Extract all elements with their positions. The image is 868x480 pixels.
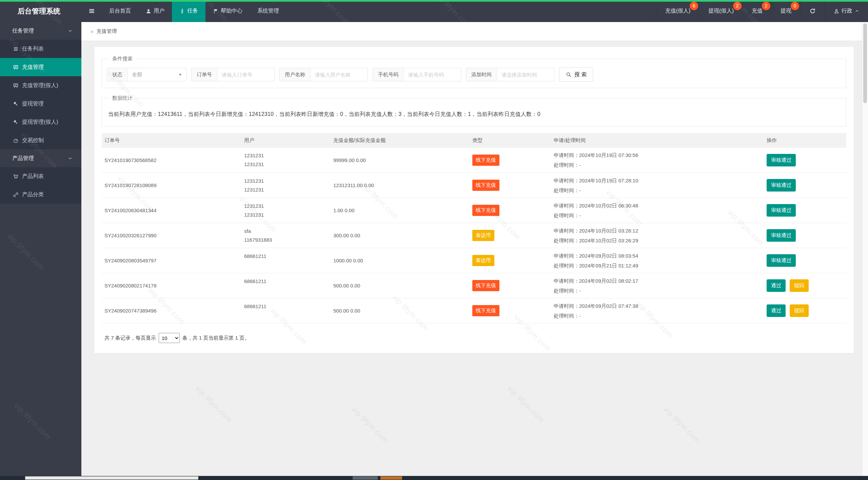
type-cell: 线下充值: [470, 173, 551, 198]
approve-button[interactable]: 通过: [767, 304, 786, 317]
table-row: SY2409020747389496 68661211 500.00 0.00 …: [102, 298, 846, 323]
gavel-icon: [13, 101, 19, 107]
user-cell: 1231231 1231231: [241, 173, 331, 198]
sidebar-item-trade-control[interactable]: 交易控制: [0, 131, 81, 149]
time-cell: 申请时间：2024年10月02日 06:30:48 处理时间：-: [551, 198, 764, 223]
actions-cell: 审核通过: [764, 173, 846, 198]
sidebar-group-product-management[interactable]: 产品管理: [0, 149, 81, 167]
notification-badge: 6: [690, 2, 698, 10]
time-cell: 申请时间：2024年09月02日 08:03:54 处理时间：2024年09月2…: [551, 248, 764, 273]
user-cell: 68661211: [241, 248, 331, 273]
order-no-cell: SY2410020326127990: [102, 223, 241, 248]
collapse-menu-button[interactable]: [81, 0, 102, 22]
type-cell: 线下充值: [470, 148, 551, 173]
horizontal-scrollbar[interactable]: [0, 476, 868, 480]
sidebar-item-recharge-management[interactable]: 充值管理: [0, 58, 81, 76]
search-button[interactable]: 搜 索: [559, 67, 593, 82]
vertical-scrollbar-thumb[interactable]: [863, 23, 867, 103]
topbar: 后台管理系统 后台首页 用户 任务 帮助中心 系统管理: [0, 0, 868, 22]
refresh-button[interactable]: [800, 0, 825, 22]
content-card: 条件搜索 状态 全部 ▼ 订单号 用户名称: [94, 47, 854, 353]
approve-button[interactable]: 审核通过: [767, 154, 796, 166]
horizontal-scrollbar-thumb[interactable]: [25, 476, 198, 480]
select-caret-icon: ▼: [178, 73, 182, 77]
col-header-order-no: 订单号: [102, 134, 241, 148]
type-cell: 泰达币: [470, 248, 551, 273]
nav-tab-system[interactable]: 系统管理: [250, 0, 287, 22]
approve-button[interactable]: 通过: [767, 279, 786, 292]
phone-input[interactable]: [404, 68, 461, 81]
search-panel-legend: 条件搜索: [110, 56, 135, 62]
top-nav: 后台首页 用户 任务 帮助中心 系统管理: [102, 0, 287, 22]
pagination: 共 7 条记录，每页显示 10 条，共 1 页当前显示第 1 页。: [102, 333, 846, 343]
app-logo: 后台管理系统: [0, 0, 81, 22]
link-icon: [13, 192, 19, 198]
list-icon: [13, 46, 19, 52]
table-row: SY2409020803549797 68661211 1000.00 0.00…: [102, 248, 846, 273]
type-badge: 泰达币: [472, 230, 494, 241]
person-icon: [146, 8, 151, 14]
type-badge: 线下充值: [472, 205, 499, 216]
board-icon: [13, 83, 19, 88]
approve-button[interactable]: 审核通过: [767, 229, 796, 242]
user-name-input[interactable]: [311, 68, 368, 81]
actions-cell: 审核通过: [764, 248, 846, 273]
sidebar-item-task-list[interactable]: 任务列表: [0, 40, 81, 58]
order-no-cell: SY2410190730568582: [102, 148, 241, 173]
stats-panel: 数据统计 当前列表用户充值：12413611，当前列表今日新增充值：124123…: [102, 95, 846, 126]
phone-filter: 手机号码: [373, 68, 461, 81]
gavel-icon: [13, 119, 19, 125]
user-cell: 68661211: [241, 273, 331, 298]
nav-tab-tasks[interactable]: 任务: [172, 0, 205, 22]
type-badge: 线下充值: [472, 280, 499, 291]
board-icon: [13, 64, 19, 70]
topbar-recharge[interactable]: 充值 2: [743, 0, 771, 22]
user-cell: 68661211: [241, 298, 331, 323]
topbar-withdraw[interactable]: 提现 0: [771, 0, 800, 22]
user-cell: 1231231 1231231: [241, 198, 331, 223]
sidebar: 任务管理 任务列表 充值管理 充值管理(假人) 提现管理 提现管理(假人): [0, 22, 81, 480]
topbar-withdraw-fake[interactable]: 提现(假人) 2: [699, 0, 743, 22]
amount-cell: 12312311.00 0.00: [331, 173, 470, 198]
chevron-down-icon: [68, 28, 73, 33]
sidebar-item-product-list[interactable]: 产品列表: [0, 167, 81, 185]
search-icon: [566, 72, 572, 78]
sidebar-item-withdraw-management[interactable]: 提现管理: [0, 95, 81, 113]
time-cell: 申请时间：2024年09月02日 07:47:38 处理时间：-: [551, 298, 764, 323]
col-header-user: 用户: [241, 134, 331, 148]
cart-icon: [13, 174, 19, 179]
page-title: 充值管理: [96, 28, 117, 35]
sidebar-item-product-category[interactable]: 产品分类: [0, 185, 81, 204]
pagination-suffix: 条，共 1 页当前显示第 1 页。: [182, 335, 250, 341]
nav-tab-home[interactable]: 后台首页: [102, 0, 138, 22]
reject-button[interactable]: 驳回: [790, 279, 809, 292]
amount-cell: 500.00 0.00: [331, 298, 470, 323]
stats-text: 当前列表用户充值：12413611，当前列表今日新增充值：12412310，当前…: [107, 107, 841, 120]
user-menu[interactable]: 行政: [825, 0, 868, 22]
reject-button[interactable]: 驳回: [790, 304, 809, 317]
chevron-up-icon: [855, 9, 859, 13]
col-header-type: 类型: [470, 134, 551, 148]
nav-tab-help[interactable]: 帮助中心: [205, 0, 250, 22]
col-header-time: 申请/处理时间: [551, 134, 764, 148]
status-filter: 状态 全部 ▼: [107, 68, 186, 81]
approve-button[interactable]: 审核通过: [767, 254, 796, 267]
user-cell: sfa 1167931883: [241, 223, 331, 248]
sidebar-item-recharge-management-fake[interactable]: 充值管理(假人): [0, 76, 81, 95]
order-no-cell: SY2409020803549797: [102, 248, 241, 273]
add-time-input[interactable]: [497, 68, 554, 81]
taskbar-segment-gray: [353, 476, 378, 480]
actions-cell: 通过 驳回: [764, 273, 846, 298]
sidebar-item-withdraw-management-fake[interactable]: 提现管理(假人): [0, 113, 81, 131]
order-no-input[interactable]: [217, 68, 274, 81]
approve-button[interactable]: 审核通过: [767, 204, 796, 217]
status-select[interactable]: 全部 ▼: [128, 68, 186, 81]
topbar-right: 充值(假人) 6 提现(假人) 2 充值 2 提现 0 行政: [656, 0, 868, 22]
sidebar-group-task-management[interactable]: 任务管理: [0, 22, 81, 40]
page-size-select[interactable]: 10: [159, 333, 180, 343]
approve-button[interactable]: 审核通过: [767, 179, 796, 192]
nav-tab-users[interactable]: 用户: [138, 0, 172, 22]
topbar-recharge-fake[interactable]: 充值(假人) 6: [656, 0, 699, 22]
table-row: SY2410190730568582 1231231 1231231 99999…: [102, 148, 846, 173]
vertical-scrollbar[interactable]: [862, 22, 868, 476]
